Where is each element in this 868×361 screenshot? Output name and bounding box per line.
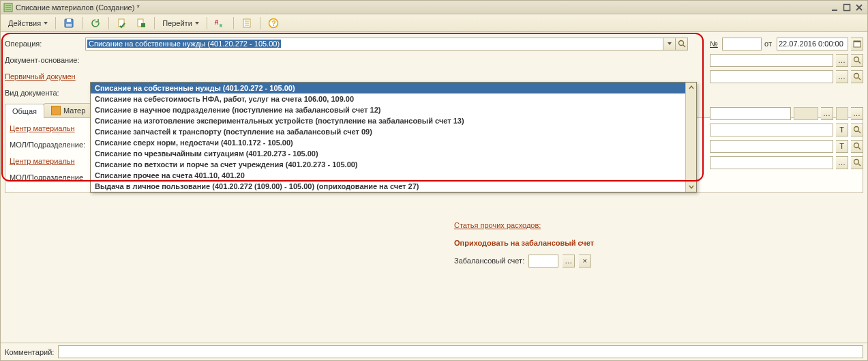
primary-doc-link[interactable]: Первичный докумен [5,72,85,81]
svg-rect-2 [844,4,850,10]
offbalance-clear[interactable]: × [579,255,591,268]
r-field-3[interactable] [710,107,791,120]
scroll-down-icon[interactable] [687,182,696,192]
dropdown-item[interactable]: Списание сверх норм, недостачи (401.10.1… [91,137,696,148]
operation-label: Операция: [5,40,85,48]
close-button[interactable] [854,3,865,12]
dtkt-button[interactable]: ДК [211,16,229,30]
scroll-up-icon[interactable] [687,83,696,92]
date-picker-button[interactable] [851,38,863,50]
offbalance-acc-label: Забалансовый счет: [454,257,524,265]
r-field-1[interactable] [710,54,833,67]
svg-point-19 [854,127,858,132]
window-title: Списание материалов (Создание) * [16,3,828,12]
svg-text:К: К [220,23,223,28]
center1-link[interactable]: Центр материальн [10,124,90,132]
dropdown-item[interactable]: Списание в научное подразделение (поступ… [91,104,696,115]
dropdown-item[interactable]: Списание на себестоимость НФА, работ, ус… [91,93,696,104]
actions-menu-button[interactable]: Действия [5,16,51,30]
post-button[interactable] [113,16,131,30]
operation-dropdown-button[interactable] [663,38,676,50]
r-field-5-t[interactable]: T [836,140,848,153]
svg-point-17 [854,57,858,62]
save-button[interactable] [60,16,78,30]
offbalance-input[interactable] [528,255,558,268]
dropdown-scrollbar[interactable] [685,83,696,192]
dropdown-item[interactable]: Списание на собственные нужды (401.20.27… [91,83,696,93]
r-field-5-search[interactable] [851,140,863,153]
maximize-button[interactable] [841,3,852,12]
center2-link[interactable]: Центр материальн [10,157,90,165]
r-field-3-select[interactable]: … [821,107,833,120]
minimize-button[interactable] [829,3,840,12]
r-field-4[interactable] [710,124,833,136]
dropdown-item[interactable]: Списание по чрезвычайным ситуациям (401.… [91,148,696,159]
other-expense-link[interactable]: Статья прочих расходов: [454,221,541,229]
report-icon [241,18,252,29]
dropdown-item[interactable]: Списание прочее на счета 401.10, 401.20 [91,170,696,181]
comment-input[interactable] [58,345,863,358]
svg-text:Д: Д [215,19,218,25]
svg-rect-8 [141,23,145,27]
grid-icon [51,106,61,115]
help-button[interactable]: ? [265,16,282,30]
refresh-button[interactable] [87,16,104,30]
tab-general[interactable]: Общая [5,104,44,118]
r-field-1-select[interactable]: … [836,54,848,67]
dropdown-list[interactable]: Списание на собственные нужды (401.20.27… [91,83,696,192]
disk-icon [63,18,74,29]
r-field-6[interactable] [710,156,833,169]
title-bar: Списание материалов (Создание) * [1,1,867,14]
doc-type-label: Вид документа: [5,89,85,97]
operation-field-wrap: Списание на собственные нужды (401.20.27… [85,38,688,50]
r-field-4-search[interactable] [851,124,863,136]
number-input[interactable] [722,38,762,50]
svg-rect-1 [832,10,837,11]
dtkt-icon: ДК [215,18,226,29]
operation-input[interactable]: Списание на собственные нужды (401.20.27… [85,38,663,50]
document-check-icon [117,18,128,29]
report-button[interactable] [238,16,256,30]
r-field-2-select[interactable]: … [836,70,848,83]
r-field-6-search[interactable] [851,156,863,169]
post-close-button[interactable] [132,16,150,30]
offbalance-header: Оприходовать на забалансовый счет [454,239,594,247]
date-input[interactable]: 22.07.2016 0:00:00 [777,38,848,50]
r-field-5[interactable] [710,140,833,153]
operation-dropdown: Списание на собственные нужды (401.20.27… [90,82,697,192]
app-icon [3,3,13,12]
r-field-1-search[interactable] [851,54,863,67]
number-label: № [710,40,719,48]
mol2-label: МОЛ/Подразделение [10,173,90,182]
r-field-4-t[interactable]: T [836,124,848,136]
chevron-down-icon [195,22,199,25]
svg-rect-4 [67,19,71,22]
svg-point-21 [854,160,858,164]
r-field-2-search[interactable] [851,70,863,83]
r-field-3-grey [794,107,818,120]
dropdown-item[interactable]: Выдача в личное пользование (401.20.272 … [91,181,696,192]
goto-menu-button[interactable]: Перейти [159,16,203,30]
r-field-2[interactable] [710,70,833,83]
comment-label: Комментарий: [5,348,54,356]
operation-search-button[interactable] [676,38,688,50]
from-label: от [764,40,774,48]
dropdown-item[interactable]: Списание запчастей к транспорту (поступл… [91,126,696,137]
dropdown-item[interactable]: Списание по ветхости и порче за счет учр… [91,159,696,170]
right-panel: № от 22.07.2016 0:00:00 … … [710,36,863,170]
document-post-icon [136,18,147,29]
chevron-down-icon [44,22,48,25]
bottom-bar: Комментарий: [1,343,867,360]
svg-rect-16 [854,41,860,42]
offbalance-select[interactable]: … [563,255,575,268]
content-area: Операция: Списание на собственные нужды … [1,32,867,343]
dropdown-item[interactable]: Списание на изготовление экспериментальн… [91,115,696,126]
r-field-3-select2[interactable]: … [851,107,863,120]
r-field-6-select[interactable]: … [836,156,848,169]
svg-point-18 [854,74,858,78]
app-window: Списание материалов (Создание) * Действи… [0,0,868,361]
svg-text:?: ? [271,20,275,27]
mol1-label: МОЛ/Подразделение: [10,141,90,149]
svg-rect-5 [66,24,72,27]
tab-materials[interactable]: Матер [44,103,93,117]
